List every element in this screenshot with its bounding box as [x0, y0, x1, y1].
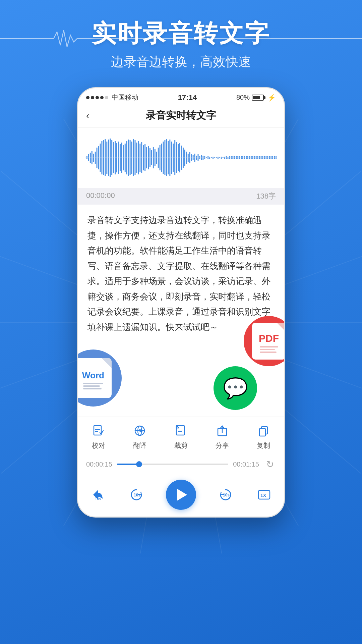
carrier-label: 中国移动 [112, 93, 138, 102]
signal-dot-2 [91, 96, 94, 99]
signal-dot-5 [105, 96, 108, 99]
pdf-line-2 [260, 349, 275, 350]
phone-mockup: 中国移动 17:14 80% ⚡ ‹ 录音实时转文字 [77, 87, 285, 518]
progress-track[interactable] [117, 464, 228, 465]
battery-body [252, 95, 264, 101]
word-document-icon: Word [77, 358, 112, 398]
trim-icon [173, 422, 189, 439]
word-count: 138字 [256, 191, 276, 201]
rewind-icon: 10s [89, 486, 107, 504]
battery-fill [253, 96, 260, 99]
end-time-label: 00:01:15 [233, 461, 259, 468]
phone-wrapper: 中国移动 17:14 80% ⚡ ‹ 录音实时转文字 [0, 87, 362, 518]
copy-icon [255, 422, 272, 439]
word-lines [83, 383, 103, 389]
floating-badges-area: Word PDF [78, 343, 284, 417]
share-label: 分享 [216, 441, 229, 450]
svg-text:10s: 10s [134, 493, 140, 497]
progress-bar-area: 00:00:15 00:01:15 ↻ [78, 453, 284, 475]
speed-icon: 1X [255, 486, 273, 504]
toolbar-proofread[interactable]: 校对 [90, 422, 107, 450]
status-time: 17:14 [178, 93, 197, 102]
battery-icon [252, 95, 265, 101]
wechat-share-badge[interactable]: 💬 [214, 366, 257, 410]
pdf-line-1 [260, 346, 278, 347]
signal-dot-3 [96, 96, 99, 99]
status-left: 中国移动 [86, 93, 138, 102]
waveform-area [78, 127, 284, 188]
nav-bar: ‹ 录音实时转文字 [78, 105, 284, 127]
svg-rect-131 [259, 429, 265, 436]
signal-dot-1 [86, 96, 89, 99]
copy-label: 复制 [257, 441, 270, 450]
translate-icon: 译 [131, 422, 148, 439]
header-subtitle: 边录音边转换，高效快速 [0, 53, 362, 70]
word-line-2 [83, 385, 100, 387]
lightning-icon: ⚡ [267, 94, 276, 102]
nav-title: 录音实时转文字 [146, 109, 216, 122]
proofread-label: 校对 [92, 441, 105, 450]
progress-thumb[interactable] [136, 461, 142, 467]
speed-button[interactable]: 1X [255, 486, 273, 504]
toolbar-trim[interactable]: 裁剪 [173, 422, 189, 450]
svg-text:1X: 1X [260, 493, 266, 498]
toolbar-translate[interactable]: 译 翻译 [131, 422, 148, 450]
rewind-button[interactable]: 10s [89, 486, 107, 504]
playback-controls: 10s 10s 10s [78, 475, 284, 517]
toolbar-share[interactable]: 分享 [214, 422, 231, 450]
word-label: Word [82, 370, 104, 381]
proofread-icon [90, 422, 107, 439]
word-export-badge[interactable]: Word [77, 350, 122, 407]
waveform-svg [85, 138, 277, 178]
battery-tip [264, 96, 265, 99]
rewind-10s-button[interactable]: 10s [129, 487, 144, 502]
elapsed-time: 00:00:00 [86, 191, 115, 201]
share-icon [214, 422, 231, 439]
loop-icon[interactable]: ↻ [264, 458, 276, 470]
toolbar-copy[interactable]: 复制 [255, 422, 272, 450]
wechat-icon: 💬 [223, 376, 248, 400]
pdf-line-3 [260, 352, 277, 353]
translate-label: 翻译 [133, 441, 146, 450]
word-line-1 [83, 383, 103, 384]
svg-text:10s: 10s [95, 497, 101, 501]
time-count-bar: 00:00:00 138字 [78, 188, 284, 205]
svg-text:10s: 10s [223, 493, 230, 497]
pdf-document-icon: PDF [252, 323, 285, 360]
forward-10s-button[interactable]: 10s [218, 487, 233, 502]
battery-percent: 80% [236, 94, 250, 101]
trim-label: 裁剪 [174, 441, 188, 450]
pdf-label: PDF [259, 333, 279, 344]
svg-text:译: 译 [139, 429, 143, 433]
status-right: 80% ⚡ [236, 94, 276, 102]
status-bar: 中国移动 17:14 80% ⚡ [78, 88, 284, 105]
header: 实时录音转文字 边录音边转换，高效快速 [0, 0, 362, 70]
bottom-toolbar: 校对 译 翻译 [78, 417, 284, 453]
word-line-3 [83, 388, 102, 389]
back-button[interactable]: ‹ [86, 110, 89, 121]
play-button[interactable] [166, 480, 196, 510]
signal-dot-4 [100, 96, 104, 99]
pdf-lines [260, 346, 278, 353]
header-title: 实时录音转文字 [0, 20, 362, 47]
play-triangle-icon [177, 489, 187, 501]
start-time-label: 00:00:15 [86, 461, 112, 468]
